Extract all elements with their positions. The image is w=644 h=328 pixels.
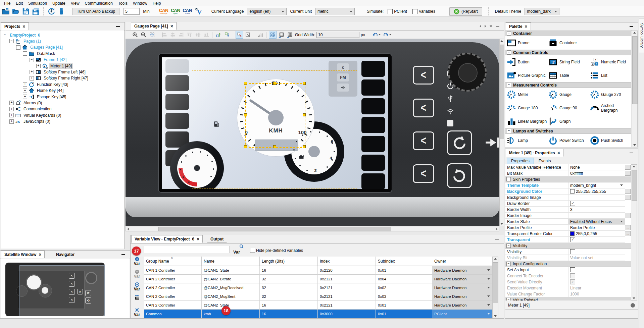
update-device-icon-button[interactable] <box>47 7 56 16</box>
tree-item-javascripts-0-[interactable]: +JSJavaScripts (0) <box>9 118 51 125</box>
arrange-raise-button[interactable] <box>215 31 222 39</box>
tab-scroll-left-icon[interactable] <box>480 25 481 28</box>
palette-item-gauge-90[interactable]: Gauge 90 <box>548 102 589 114</box>
palette-item-push-switch[interactable]: Push Switch <box>590 134 631 147</box>
table-cell[interactable]: 0x04 <box>376 275 432 283</box>
tab-gauges-page[interactable]: Gauges Page [41] × <box>131 22 177 30</box>
browse-button[interactable]: ... <box>625 195 631 200</box>
remove-var-button[interactable]: Var <box>131 269 143 278</box>
owner-cell[interactable]: Hardware Daemon <box>432 283 492 292</box>
table-cell[interactable]: CAN 2 Controller <box>144 292 202 301</box>
table-cell[interactable]: 0x2121 <box>318 283 376 292</box>
tree-item-frame-1-42-[interactable]: −Frame 1 [42] <box>30 57 67 63</box>
menu-tools[interactable]: Tools <box>115 0 130 6</box>
palette-item-picture-graphic[interactable]: Picture Graphic <box>507 69 548 81</box>
tree-expander-icon[interactable]: + <box>9 107 14 111</box>
palette-item-list[interactable]: List <box>590 69 631 81</box>
palette-item-frame[interactable]: Frame <box>507 37 548 49</box>
align-left-button[interactable] <box>160 31 168 39</box>
can-freestyle-icon[interactable]: CANFreestyle <box>159 8 168 15</box>
checkbox-icon[interactable] <box>570 249 575 254</box>
search-var-button[interactable]: Var <box>233 244 245 255</box>
menu-communication[interactable]: Communication <box>82 0 115 6</box>
close-icon[interactable]: × <box>525 25 527 28</box>
minimize-icon[interactable] <box>121 254 125 255</box>
tree-item-virtual-keyboards-0-[interactable]: +Virtual Keyboards (0) <box>9 112 62 118</box>
tab-palette[interactable]: Palette × <box>506 22 531 30</box>
close-icon[interactable]: × <box>557 151 560 155</box>
chevron-down-icon[interactable] <box>487 278 490 280</box>
backup-interval-input[interactable] <box>123 8 140 15</box>
align-right-button[interactable] <box>177 31 185 39</box>
palette-item-graph[interactable]: Graph <box>548 115 589 127</box>
checkbox-icon[interactable]: ✓ <box>570 201 575 206</box>
table-cell[interactable]: 0x3000 <box>318 310 376 318</box>
tree-expander-icon[interactable]: + <box>9 119 14 124</box>
resize-smallest-button[interactable] <box>236 31 243 39</box>
tree-item-pages-1-[interactable]: −Pages (1) <box>9 38 42 44</box>
tree-item-home-key-44-[interactable]: +Home Key [44] <box>23 88 64 94</box>
current-language-select[interactable]: english (en) <box>247 8 287 15</box>
collapse-icon[interactable]: − <box>506 298 511 300</box>
table-cell[interactable]: CAN 2 Controller <box>144 275 202 283</box>
table-cell[interactable]: 32 <box>260 275 318 283</box>
tree-item-escape-key-45-[interactable]: +Escape Key [45] <box>23 94 67 100</box>
palette-section-common-controls[interactable]: −Common Controls <box>505 50 631 55</box>
menu-help[interactable]: Help <box>150 0 164 6</box>
table-cell[interactable]: @CAN2_MsgSent <box>202 292 260 301</box>
zoom-fit-button[interactable] <box>148 31 156 39</box>
table-cell[interactable]: 0x2120 <box>318 266 376 275</box>
column-header-owner[interactable]: Owner <box>432 257 492 266</box>
collapse-icon[interactable]: − <box>507 129 511 133</box>
close-icon[interactable]: × <box>197 237 199 241</box>
save-icon-button[interactable] <box>21 7 30 16</box>
selection-handle[interactable] <box>303 113 306 116</box>
tree-expander-icon[interactable]: + <box>30 70 34 74</box>
palette-item-linear-bargraph[interactable]: Linear Bargraph <box>507 115 548 127</box>
property-value[interactable]: 0xffffffff <box>568 170 625 176</box>
table-cell[interactable]: @CAN2_MsgReceived <box>202 283 260 292</box>
tab-navigator[interactable]: Navigator <box>53 251 78 258</box>
table-cell[interactable]: 16 <box>260 310 318 318</box>
table-cell[interactable]: @CAN2_Bitrate <box>202 275 260 283</box>
property-value[interactable] <box>568 273 625 279</box>
tree-expander-icon[interactable]: − <box>30 58 34 62</box>
tree-item-softkey-frame-right-47-[interactable]: +Softkey Frame Right [47] <box>30 75 89 81</box>
palette-section-container[interactable]: −Container <box>505 31 631 36</box>
palette-item-meter[interactable]: Meter <box>507 89 548 101</box>
chevron-down-icon[interactable] <box>487 304 490 306</box>
palette-item-button[interactable]: Button <box>507 56 548 68</box>
tree-item-datamask[interactable]: −DataMask <box>23 50 56 57</box>
chevron-down-icon[interactable] <box>620 221 623 222</box>
selection-handle[interactable] <box>244 82 247 85</box>
align-bottom-button[interactable] <box>202 31 210 39</box>
design-canvas[interactable]: c FM 86420 KMH 50 0 100 <box>126 39 499 226</box>
property-value[interactable]: 1000 <box>568 291 625 297</box>
save-all-icon-button[interactable] <box>32 7 40 16</box>
table-cell[interactable]: Common <box>144 310 202 318</box>
tree-item-gauges-page-41-[interactable]: −Gauges Page [41] <box>16 44 64 51</box>
tree-item-function-key-43-[interactable]: +Function Key [43] <box>23 81 69 88</box>
variable-search-input[interactable] <box>144 246 230 253</box>
column-header-subindex[interactable]: SubIndex <box>376 257 432 266</box>
close-icon[interactable]: × <box>39 253 41 256</box>
tab-events[interactable]: Events <box>535 158 555 164</box>
table-cell[interactable]: CAN 1 Controller <box>144 266 202 275</box>
properties-scrollbar[interactable] <box>631 164 637 300</box>
checkbox-icon[interactable] <box>570 273 575 278</box>
tab-order-button[interactable] <box>256 31 264 39</box>
checkbox-icon[interactable]: ✓ <box>570 279 575 284</box>
palette-item-arched-bargraph[interactable]: Arched Bargraph <box>590 102 631 114</box>
close-icon[interactable]: × <box>22 25 25 28</box>
owner-cell[interactable]: Hardware Daemon <box>432 275 492 283</box>
menu-simulation[interactable]: Simulation <box>26 0 50 6</box>
tree-expander-icon[interactable]: + <box>9 101 14 105</box>
palette-scrollbar[interactable] <box>632 31 638 147</box>
owner-cell[interactable]: Hardware Daemon <box>432 266 492 275</box>
table-cell[interactable]: CAN 2 Controller <box>144 283 202 292</box>
selection-handle[interactable] <box>273 145 276 148</box>
grid-settings-button[interactable] <box>277 31 285 39</box>
collapse-icon[interactable]: − <box>506 262 511 266</box>
simulate-variables-checkbox[interactable]: Variables <box>412 9 435 14</box>
tree-expander-icon[interactable]: − <box>16 45 20 50</box>
